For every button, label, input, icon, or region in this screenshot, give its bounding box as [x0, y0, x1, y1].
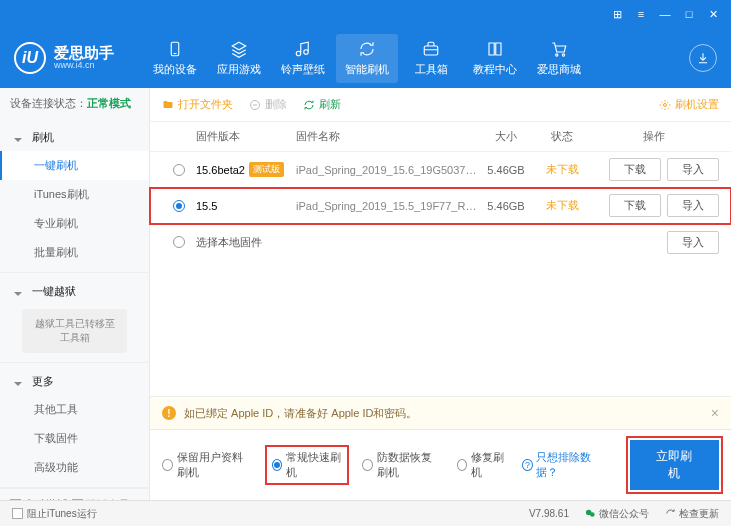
footer: 阻止iTunes运行 V7.98.61 微信公众号 检查更新	[0, 500, 731, 526]
cart-icon	[550, 40, 568, 58]
beta-badge: 测试版	[249, 162, 284, 177]
side-group-more[interactable]: 更多	[0, 368, 149, 395]
refresh-button[interactable]: 刷新	[303, 97, 341, 112]
header: iU 爱思助手 www.i4.cn 我的设备应用游戏铃声壁纸智能刷机工具箱教程中…	[0, 28, 731, 88]
col-state: 状态	[535, 129, 589, 144]
titlebar-grid-icon[interactable]: ⊞	[609, 8, 625, 21]
wechat-link[interactable]: 微信公众号	[585, 507, 649, 521]
main-nav: 我的设备应用游戏铃声壁纸智能刷机工具箱教程中心爱思商城	[144, 34, 689, 83]
close-button[interactable]: ✕	[705, 8, 721, 21]
mode-repair[interactable]: 修复刷机	[457, 450, 509, 480]
flash-now-button[interactable]: 立即刷机	[630, 440, 719, 490]
maximize-button[interactable]: □	[681, 8, 697, 20]
nav-note[interactable]: 铃声壁纸	[272, 34, 334, 83]
firmware-name: iPad_Spring_2019_15.5_19F77_Restore.ipsw	[296, 200, 477, 212]
nav-app[interactable]: 应用游戏	[208, 34, 270, 83]
firmware-state: 未下载	[535, 198, 589, 213]
nav-cart[interactable]: 爱思商城	[528, 34, 590, 83]
import-local-button[interactable]: 导入	[667, 231, 719, 254]
toolbar: 打开文件夹 删除 刷新 刷机设置	[150, 88, 731, 122]
sidebar-item[interactable]: 下载固件	[0, 424, 149, 453]
jailbreak-moved-notice: 越狱工具已转移至 工具箱	[22, 309, 127, 353]
sidebar-item[interactable]: 高级功能	[0, 453, 149, 482]
book-icon	[486, 40, 504, 58]
table-header: 固件版本 固件名称 大小 状态 操作	[150, 122, 731, 152]
download-button[interactable]	[689, 44, 717, 72]
nav-phone[interactable]: 我的设备	[144, 34, 206, 83]
sidebar-item[interactable]: 一键刷机	[0, 151, 149, 180]
svg-point-7	[664, 103, 667, 106]
download-button[interactable]: 下载	[609, 158, 661, 181]
svg-point-3	[556, 53, 558, 55]
warning-close-icon[interactable]: ×	[711, 405, 719, 421]
main-content: 打开文件夹 删除 刷新 刷机设置 固件版本 固件名称 大小 状态 操作 15.6…	[150, 88, 731, 500]
mode-anti-recovery[interactable]: 防数据恢复刷机	[362, 450, 442, 480]
flash-mode-row: 保留用户资料刷机 常规快速刷机 防数据恢复刷机 修复刷机 ?只想排除数据？ 立即…	[150, 430, 731, 500]
side-group-lock[interactable]: 一键越狱	[0, 278, 149, 305]
firmware-row[interactable]: 15.5iPad_Spring_2019_15.5_19F77_Restore.…	[150, 188, 731, 224]
version-label: V7.98.61	[529, 508, 569, 519]
logo-icon: iU	[14, 42, 46, 74]
sidebar-item[interactable]: iTunes刷机	[0, 180, 149, 209]
phone-icon	[166, 40, 184, 58]
sidebar: 设备连接状态：正常模式 刷机一键刷机iTunes刷机专业刷机批量刷机一键越狱越狱…	[0, 88, 150, 500]
warning-icon: !	[162, 406, 176, 420]
firmware-list: 15.6beta2测试版iPad_Spring_2019_15.6_19G503…	[150, 152, 731, 224]
note-icon	[294, 40, 312, 58]
titlebar-menu-icon[interactable]: ≡	[633, 8, 649, 20]
import-button[interactable]: 导入	[667, 194, 719, 217]
row-radio[interactable]	[173, 164, 185, 176]
titlebar: ⊞ ≡ — □ ✕	[0, 0, 731, 28]
brand-logo: iU 爱思助手 www.i4.cn	[14, 42, 144, 74]
col-name: 固件名称	[296, 129, 477, 144]
connection-status: 设备连接状态：正常模式	[0, 88, 149, 119]
refresh-icon	[358, 40, 376, 58]
svg-rect-2	[424, 46, 438, 55]
open-folder-button[interactable]: 打开文件夹	[162, 97, 233, 112]
nav-refresh[interactable]: 智能刷机	[336, 34, 398, 83]
firmware-size: 5.46GB	[477, 200, 535, 212]
sidebar-item[interactable]: 批量刷机	[0, 238, 149, 267]
sidebar-item[interactable]: 其他工具	[0, 395, 149, 424]
flash-settings-button[interactable]: 刷机设置	[659, 97, 719, 112]
nav-toolbox[interactable]: 工具箱	[400, 34, 462, 83]
block-itunes-checkbox[interactable]: 阻止iTunes运行	[12, 507, 97, 521]
col-ops: 操作	[589, 129, 719, 144]
nav-book[interactable]: 教程中心	[464, 34, 526, 83]
firmware-size: 5.46GB	[477, 164, 535, 176]
firmware-name: iPad_Spring_2019_15.6_19G5037d_Restore.i…	[296, 164, 477, 176]
minimize-button[interactable]: —	[657, 8, 673, 20]
mode-normal[interactable]: 常规快速刷机	[266, 446, 349, 484]
mode-keep-data[interactable]: 保留用户资料刷机	[162, 450, 252, 480]
firmware-row[interactable]: 15.6beta2测试版iPad_Spring_2019_15.6_19G503…	[150, 152, 731, 188]
brand-name: 爱思助手	[54, 45, 114, 62]
svg-point-9	[590, 512, 595, 517]
exclude-data-link[interactable]: ?只想排除数据？	[522, 450, 601, 480]
brand-url: www.i4.cn	[54, 61, 114, 71]
row-radio[interactable]	[173, 200, 185, 212]
local-firmware-row[interactable]: 选择本地固件 导入	[150, 224, 731, 260]
check-update-link[interactable]: 检查更新	[665, 507, 719, 521]
sidebar-item[interactable]: 专业刷机	[0, 209, 149, 238]
col-size: 大小	[477, 129, 535, 144]
import-button[interactable]: 导入	[667, 158, 719, 181]
toolbox-icon	[422, 40, 440, 58]
delete-button[interactable]: 删除	[249, 97, 287, 112]
app-icon	[230, 40, 248, 58]
col-version: 固件版本	[196, 129, 296, 144]
warning-banner: ! 如已绑定 Apple ID，请准备好 Apple ID和密码。 ×	[150, 397, 731, 430]
firmware-state: 未下载	[535, 162, 589, 177]
download-button[interactable]: 下载	[609, 194, 661, 217]
svg-point-4	[562, 53, 564, 55]
side-group-phone[interactable]: 刷机	[0, 124, 149, 151]
